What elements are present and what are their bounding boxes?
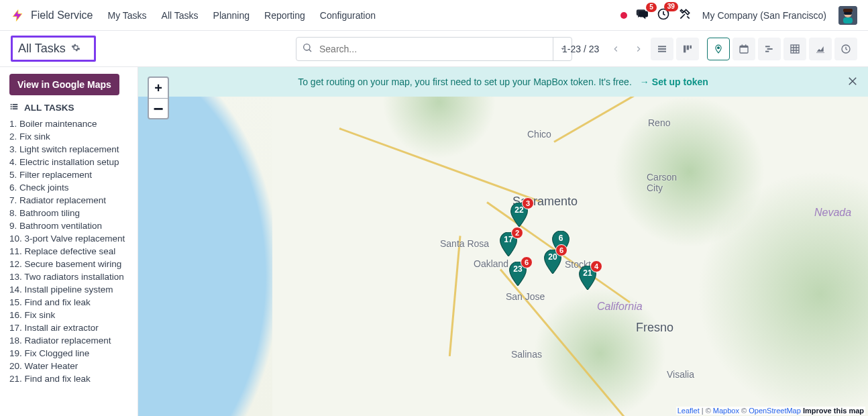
task-list: 1. Boiler maintenance2. Fix sink3. Light… <box>0 117 138 392</box>
svg-rect-12 <box>690 45 692 48</box>
search-input[interactable] <box>318 43 553 55</box>
gear-icon[interactable] <box>71 43 80 54</box>
map-pin[interactable]: 172 <box>499 232 518 256</box>
svg-rect-20 <box>765 50 769 52</box>
task-item[interactable]: 12. Secure basement wiring <box>9 258 129 270</box>
task-item[interactable]: 15. Find and fix leak <box>9 296 129 309</box>
view-map-icon[interactable] <box>707 38 730 60</box>
mapbox-banner: To get routing on your map, you first ne… <box>138 67 868 97</box>
open-google-maps-button[interactable]: View in Google Maps <box>9 74 119 95</box>
pin-count-badge: 3 <box>522 197 534 209</box>
banner-text: To get routing on your map, you first ne… <box>298 76 632 87</box>
avatar[interactable] <box>838 6 857 25</box>
sidebar-header-text: ALL TASKS <box>24 103 74 113</box>
pin-count-badge: 6 <box>521 256 533 268</box>
task-item[interactable]: 10. 3-port Valve replacement <box>9 232 129 245</box>
view-gantt-icon[interactable] <box>758 38 781 60</box>
task-item[interactable]: 19. Fix Clogged line <box>9 347 129 360</box>
company-switcher[interactable]: My Company (San Francisco) <box>702 10 826 21</box>
debug-tools-icon[interactable] <box>678 7 692 23</box>
map-pin[interactable]: 206 <box>543 250 562 274</box>
task-item[interactable]: 5. Filter replacement <box>9 168 129 181</box>
breadcrumb: All Tasks <box>11 36 96 62</box>
task-item[interactable]: 13. Two radiators installation <box>9 270 129 283</box>
task-item[interactable]: 11. Replace defective seal <box>9 245 129 258</box>
svg-rect-23 <box>11 104 12 105</box>
svg-rect-25 <box>11 106 12 107</box>
top-nav: Field Service My Tasks All Tasks Plannin… <box>0 0 868 31</box>
map-pin[interactable]: 223 <box>510 203 529 227</box>
svg-rect-8 <box>658 48 666 50</box>
zoom-control: + − <box>148 76 169 119</box>
nav-planning[interactable]: Planning <box>213 10 250 21</box>
view-list-icon[interactable] <box>651 38 673 60</box>
improve-map-link[interactable]: Improve this map <box>803 407 864 415</box>
task-item[interactable]: 9. Bathroom ventilation <box>9 219 129 232</box>
view-calendar-icon[interactable] <box>733 38 755 60</box>
pager-next[interactable] <box>629 39 649 59</box>
nav-all-tasks[interactable]: All Tasks <box>162 10 199 21</box>
nav-reporting[interactable]: Reporting <box>264 10 305 21</box>
svg-rect-16 <box>742 44 743 46</box>
task-item[interactable]: 4. Electric installation setup <box>9 156 129 168</box>
view-switcher <box>651 38 857 60</box>
arrow-right-icon: → <box>640 76 649 87</box>
pin-count-badge: 2 <box>511 227 523 239</box>
nav-my-tasks[interactable]: My Tasks <box>107 10 146 21</box>
app-name[interactable]: Field Service <box>31 9 93 21</box>
task-item[interactable]: 14. Install pipeline system <box>9 283 129 296</box>
pin-count-badge: 4 <box>590 260 602 272</box>
search-icon <box>302 42 313 55</box>
task-item[interactable]: 2. Fix sink <box>9 130 129 143</box>
svg-rect-28 <box>13 108 18 109</box>
zoom-in-button[interactable]: + <box>149 78 168 98</box>
search-box[interactable] <box>296 37 572 61</box>
task-item[interactable]: 1. Boiler maintenance <box>9 117 129 130</box>
view-kanban-icon[interactable] <box>676 38 699 60</box>
nav-configuration[interactable]: Configuration <box>320 10 376 21</box>
svg-rect-15 <box>740 46 748 48</box>
svg-rect-11 <box>687 45 689 50</box>
svg-rect-3 <box>843 17 853 23</box>
map-pin[interactable]: 214 <box>578 266 597 290</box>
task-item[interactable]: 3. Light switch replacement <box>9 143 129 156</box>
svg-rect-24 <box>13 104 18 105</box>
task-item[interactable]: 17. Install air extractor <box>9 321 129 334</box>
osm-link[interactable]: OpenStreetMap <box>749 407 801 415</box>
view-graph-icon[interactable] <box>809 38 832 60</box>
messages-icon[interactable]: 5 <box>635 8 649 22</box>
task-item[interactable]: 18. Radiator replacement <box>9 334 129 347</box>
task-item[interactable]: 8. Bathroom tiling <box>9 207 129 219</box>
task-item[interactable]: 21. Find and fix leak <box>9 372 129 385</box>
control-bar: All Tasks 1-23 / 23 <box>0 31 868 67</box>
map-canvas[interactable]: ChicoRenoCarsonCitySacramentoSanta RosaS… <box>138 67 868 416</box>
view-activity-icon[interactable] <box>834 38 857 60</box>
map-pin[interactable]: 236 <box>508 262 527 286</box>
task-item[interactable]: 20. Water Heater <box>9 360 129 372</box>
task-item[interactable]: 7. Radiator replacement <box>9 194 129 207</box>
map[interactable]: ChicoRenoCarsonCitySacramentoSanta RosaS… <box>138 67 868 416</box>
svg-rect-19 <box>767 48 773 50</box>
zoom-out-button[interactable]: − <box>149 98 168 118</box>
svg-rect-21 <box>791 45 799 53</box>
leaflet-link[interactable]: Leaflet <box>677 407 700 415</box>
pager: 1-23 / 23 <box>562 39 649 59</box>
pin-count-badge: 6 <box>555 244 567 256</box>
svg-rect-10 <box>684 45 686 52</box>
view-title: All Tasks <box>18 42 66 56</box>
task-item[interactable]: 16. Fix sink <box>9 309 129 321</box>
app-logo <box>11 7 24 23</box>
activities-icon[interactable]: 39 <box>657 7 670 23</box>
task-item[interactable]: 6. Check joints <box>9 181 129 194</box>
svg-rect-26 <box>13 106 18 107</box>
map-attribution: Leaflet | © Mapbox © OpenStreetMap Impro… <box>676 407 865 415</box>
sidebar: View in Google Maps ALL TASKS 1. Boiler … <box>0 67 138 416</box>
presence-dot-icon <box>620 12 627 19</box>
view-pivot-icon[interactable] <box>783 38 806 60</box>
pager-prev[interactable] <box>606 39 626 59</box>
close-icon[interactable] <box>847 75 859 89</box>
messages-badge: 5 <box>646 3 657 12</box>
mapbox-link[interactable]: Mapbox <box>713 407 739 415</box>
svg-rect-7 <box>658 46 666 47</box>
set-up-token-link[interactable]: → Set up token <box>640 76 708 87</box>
